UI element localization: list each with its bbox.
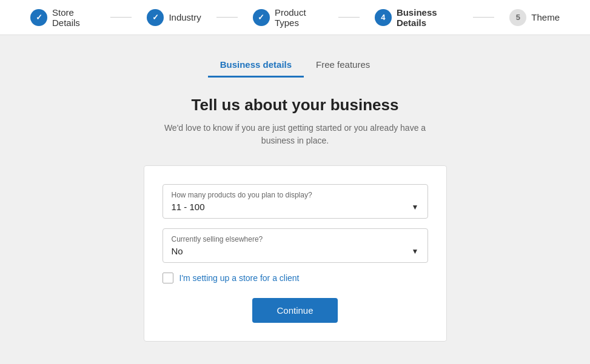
step1-label: Store Details [52, 7, 95, 28]
page-subtitle: We'd love to know if you are just gettin… [150, 122, 441, 147]
continue-button[interactable]: Continue [252, 298, 337, 323]
nav-step-product-types[interactable]: ✓ Product Types [241, 7, 335, 28]
step3-icon: ✓ [253, 9, 270, 26]
nav-step-store-details[interactable]: ✓ Store Details [18, 7, 107, 28]
main-content: Business details Free features Tell us a… [0, 35, 590, 360]
step3-label: Product Types [275, 7, 323, 28]
products-value: 11 - 100 [172, 202, 205, 212]
nav-divider-4 [473, 17, 494, 18]
top-nav: ✓ Store Details ✓ Industry ✓ Product Typ… [0, 0, 590, 35]
step5-icon: 5 [509, 9, 526, 26]
step2-icon: ✓ [147, 9, 164, 26]
step2-label: Industry [169, 12, 201, 22]
nav-divider-3 [338, 17, 360, 18]
products-label: How many products do you plan to display… [172, 191, 419, 199]
client-checkbox[interactable] [163, 273, 173, 283]
nav-step-theme[interactable]: 5 Theme [497, 9, 572, 26]
selling-value: No [172, 246, 183, 256]
selling-label: Currently selling elsewhere? [172, 235, 419, 243]
nav-divider-2 [216, 17, 238, 18]
client-checkbox-row[interactable]: I'm setting up a store for a client [163, 273, 428, 283]
products-chevron-down-icon: ▼ [412, 203, 419, 211]
step4-label: Business Details [397, 7, 458, 28]
selling-dropdown[interactable]: Currently selling elsewhere? No ▼ [163, 228, 428, 263]
products-dropdown[interactable]: How many products do you plan to display… [163, 184, 428, 219]
tabs-container: Business details Free features [208, 53, 383, 78]
heading-section: Tell us about your business We'd love to… [150, 96, 441, 147]
nav-divider-1 [110, 17, 132, 18]
nav-step-industry[interactable]: ✓ Industry [135, 9, 213, 26]
nav-step-business-details[interactable]: 4 Business Details [363, 7, 470, 28]
step5-label: Theme [531, 12, 560, 22]
tab-free-features[interactable]: Free features [304, 53, 382, 78]
selling-value-row: No ▼ [172, 246, 419, 256]
tab-business-details[interactable]: Business details [208, 53, 304, 78]
form-card: How many products do you plan to display… [144, 165, 447, 342]
step4-icon: 4 [375, 9, 392, 26]
products-value-row: 11 - 100 ▼ [172, 202, 419, 212]
client-checkbox-label: I'm setting up a store for a client [179, 273, 300, 283]
step1-icon: ✓ [30, 9, 47, 26]
page-title: Tell us about your business [150, 96, 441, 114]
selling-chevron-down-icon: ▼ [412, 247, 419, 256]
